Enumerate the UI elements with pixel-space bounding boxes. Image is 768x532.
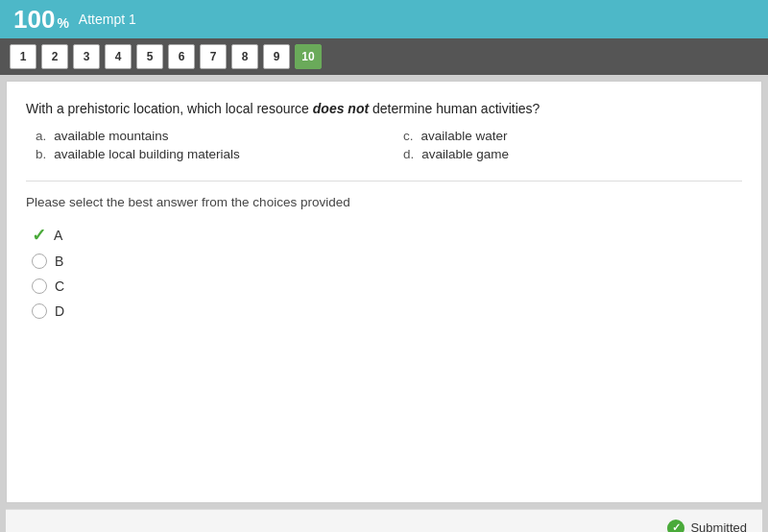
radio-circle-d [32, 303, 47, 319]
answer-item-b: b.available local building materials [36, 147, 374, 161]
attempt-label: Attempt 1 [79, 12, 136, 27]
submitted-label: Submitted [690, 520, 747, 532]
radio-circle-c [32, 278, 47, 294]
radio-option-b[interactable]: B [32, 254, 742, 269]
radio-label-d: D [55, 303, 64, 319]
radio-option-c[interactable]: C [32, 278, 742, 294]
correct-checkmark-icon: ✓ [32, 227, 46, 244]
question-nav-bar: 12345678910 [0, 38, 768, 75]
score-display: 100 % [13, 5, 69, 35]
submitted-check-icon: ✓ [667, 520, 684, 533]
answer-item-c: c.available water [403, 129, 742, 143]
answer-item-a: a.available mountains [36, 129, 374, 143]
radio-group: ✓ABCD [32, 227, 742, 319]
radio-label-b: B [55, 254, 63, 269]
score-percent: % [57, 15, 68, 31]
nav-button-3[interactable]: 3 [73, 44, 100, 69]
radio-circle-b [32, 254, 47, 269]
radio-option-a[interactable]: ✓A [32, 227, 742, 244]
header-bar: 100 % Attempt 1 [0, 0, 768, 38]
footer-bar: ✓ Submitted [6, 509, 762, 532]
answer-grid: a.available mountainsc.available waterb.… [36, 129, 742, 161]
nav-button-9[interactable]: 9 [263, 44, 290, 69]
question-text: With a prehistoric location, which local… [26, 99, 742, 119]
radio-option-d[interactable]: D [32, 303, 742, 319]
nav-button-6[interactable]: 6 [168, 44, 195, 69]
nav-button-8[interactable]: 8 [231, 44, 258, 69]
nav-button-10[interactable]: 10 [295, 44, 322, 69]
radio-label-a: A [54, 228, 62, 243]
instruction-text: Please select the best answer from the c… [26, 195, 742, 209]
score-value: 100 [13, 5, 55, 35]
submitted-badge: ✓ Submitted [667, 520, 747, 533]
nav-button-7[interactable]: 7 [200, 44, 227, 69]
nav-button-4[interactable]: 4 [105, 44, 132, 69]
answer-item-d: d.available game [403, 147, 742, 161]
nav-button-2[interactable]: 2 [41, 44, 68, 69]
nav-button-5[interactable]: 5 [136, 44, 163, 69]
radio-label-c: C [55, 278, 64, 294]
main-content: With a prehistoric location, which local… [6, 81, 762, 503]
nav-button-1[interactable]: 1 [10, 44, 36, 69]
divider [26, 181, 742, 181]
